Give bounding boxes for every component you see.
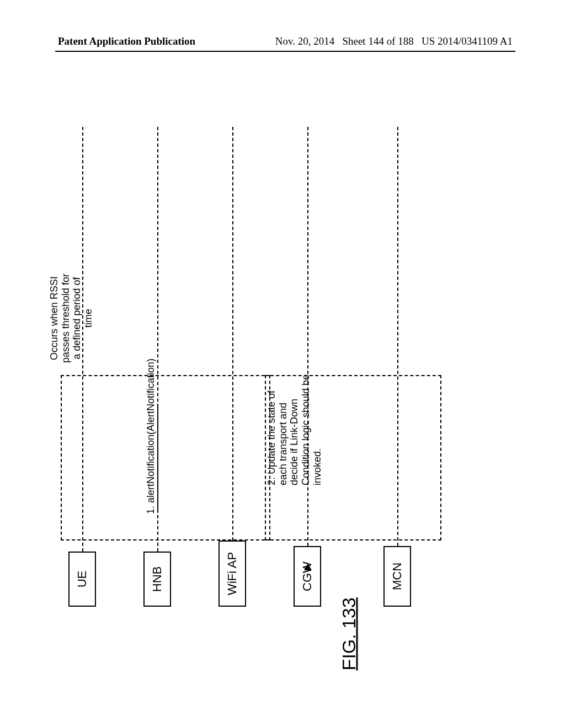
figure-caption: FIG. 133 bbox=[338, 597, 360, 670]
header-left: Patent Application Publication bbox=[58, 35, 195, 47]
actor-cgw: CGW bbox=[294, 546, 321, 607]
header-right: Nov. 20, 2014 Sheet 144 of 188 US 2014/0… bbox=[275, 35, 513, 47]
msg-line bbox=[157, 404, 158, 513]
actor-mcn: MCN bbox=[383, 546, 411, 607]
msg-label: 1. alertNotification(AlertNotification) bbox=[145, 358, 157, 514]
sequence-diagram: UE HNB WiFi AP 1. alertNotification(Aler… bbox=[55, 110, 475, 607]
note-rssi-threshold: Occurs when RSSI passes threshold for a … bbox=[49, 271, 94, 365]
actor-wifi: WiFi AP bbox=[218, 540, 246, 607]
arrowhead-right-icon bbox=[304, 564, 312, 570]
note-update-state: 2. Update the state of each transport an… bbox=[266, 372, 323, 485]
opt-frame-left bbox=[61, 375, 270, 540]
header-rule bbox=[55, 51, 515, 52]
actor-ue: UE bbox=[68, 552, 96, 607]
figure-label: FIG. 133 bbox=[338, 597, 359, 670]
actor-hnb: HNB bbox=[143, 552, 171, 607]
